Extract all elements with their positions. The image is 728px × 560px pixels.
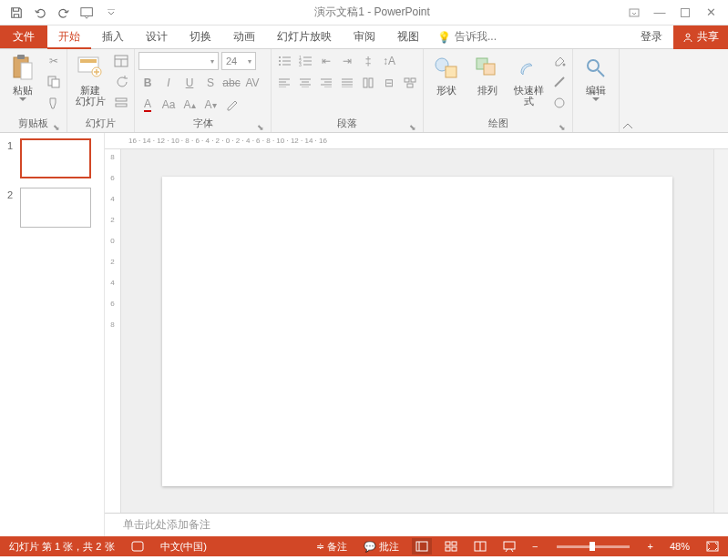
shape-fill-button[interactable] bbox=[550, 52, 569, 70]
paragraph-launcher[interactable]: ⬊ bbox=[408, 121, 417, 130]
shrink-font-button[interactable]: A▾ bbox=[201, 96, 220, 114]
zoom-in-button[interactable]: + bbox=[644, 536, 657, 556]
chevron-down-icon bbox=[19, 97, 26, 101]
columns-button[interactable] bbox=[359, 74, 377, 92]
edit-area: 16 · 14 · 12 · 10 · 8 · 6 · 4 · 2 · 0 · … bbox=[105, 133, 728, 536]
zoom-out-button[interactable]: − bbox=[528, 536, 541, 556]
save-button[interactable] bbox=[5, 2, 27, 24]
minimize-button[interactable]: — bbox=[648, 4, 672, 22]
grow-font-button[interactable]: A▴ bbox=[180, 96, 199, 114]
language-indicator[interactable]: 中文(中国) bbox=[157, 536, 210, 556]
vertical-ruler[interactable]: 864202468 bbox=[105, 149, 121, 513]
slide-thumbnail-1[interactable] bbox=[20, 138, 91, 178]
underline-button[interactable]: U bbox=[180, 74, 199, 92]
tab-slideshow[interactable]: 幻灯片放映 bbox=[266, 25, 343, 48]
strikethrough-button[interactable]: abc bbox=[222, 74, 241, 92]
decrease-indent-button[interactable]: ⇤ bbox=[317, 52, 335, 70]
notes-pane[interactable]: 单击此处添加备注 bbox=[105, 513, 728, 536]
zoom-slider[interactable] bbox=[557, 545, 630, 548]
font-color-button[interactable]: A bbox=[138, 96, 157, 114]
text-direction-button[interactable]: ↕A bbox=[380, 52, 398, 70]
clipboard-launcher[interactable]: ⬊ bbox=[52, 121, 61, 130]
zoom-level[interactable]: 48% bbox=[666, 536, 693, 556]
thumbnail-row[interactable]: 2 bbox=[7, 188, 97, 228]
increase-indent-button[interactable]: ⇥ bbox=[338, 52, 356, 70]
slide-thumbnail-2[interactable] bbox=[20, 188, 91, 228]
slide-canvas-area[interactable] bbox=[121, 149, 713, 513]
tab-animations[interactable]: 动画 bbox=[222, 25, 266, 48]
align-center-button[interactable] bbox=[296, 74, 314, 92]
tab-insert[interactable]: 插入 bbox=[91, 25, 135, 48]
cut-button[interactable]: ✂ bbox=[45, 52, 63, 70]
font-family-combo[interactable]: ▾ bbox=[138, 52, 219, 70]
align-text-button[interactable]: ⊟ bbox=[380, 74, 398, 92]
ribbon-options-button[interactable] bbox=[622, 4, 646, 22]
clear-formatting-button[interactable] bbox=[222, 96, 241, 114]
layout-button[interactable] bbox=[112, 52, 130, 70]
italic-button[interactable]: I bbox=[159, 74, 178, 92]
tab-design[interactable]: 设计 bbox=[135, 25, 179, 48]
quick-styles-button[interactable]: 快速样式 bbox=[509, 52, 548, 107]
reading-view-button[interactable] bbox=[470, 538, 490, 555]
character-spacing-button[interactable]: AV bbox=[243, 74, 261, 92]
tab-review[interactable]: 审阅 bbox=[343, 25, 386, 48]
format-painter-button[interactable] bbox=[45, 94, 63, 112]
tell-me-search[interactable]: 💡 告诉我... bbox=[430, 25, 504, 48]
qat-customize-button[interactable] bbox=[100, 2, 122, 24]
tab-transitions[interactable]: 切换 bbox=[179, 25, 222, 48]
shape-effects-button[interactable] bbox=[550, 94, 569, 112]
tab-file[interactable]: 文件 bbox=[0, 25, 47, 48]
undo-button[interactable] bbox=[29, 2, 51, 24]
spell-check-button[interactable] bbox=[128, 536, 148, 556]
share-button[interactable]: 共享 bbox=[673, 25, 728, 49]
vertical-scrollbar[interactable] bbox=[713, 149, 728, 513]
notes-toggle-button[interactable]: ≑备注 bbox=[313, 536, 351, 556]
paste-label: 粘贴 bbox=[13, 85, 33, 96]
slideshow-view-button[interactable] bbox=[499, 538, 519, 555]
align-right-button[interactable] bbox=[317, 74, 335, 92]
shadow-button[interactable]: S bbox=[201, 74, 220, 92]
share-label: 共享 bbox=[697, 29, 719, 45]
shape-outline-button[interactable] bbox=[550, 73, 569, 91]
section-button[interactable] bbox=[112, 94, 130, 112]
change-case-button[interactable]: Aa bbox=[159, 96, 178, 114]
slide-counter[interactable]: 幻灯片 第 1 张，共 2 张 bbox=[5, 536, 118, 556]
login-button[interactable]: 登录 bbox=[630, 29, 673, 45]
svg-rect-10 bbox=[80, 59, 97, 63]
numbering-button[interactable]: 123 bbox=[296, 52, 314, 70]
start-from-beginning-button[interactable] bbox=[77, 2, 98, 24]
shapes-button[interactable]: 形状 bbox=[427, 52, 466, 96]
horizontal-ruler[interactable]: 16 · 14 · 12 · 10 · 8 · 6 · 4 · 2 · 0 · … bbox=[105, 133, 728, 149]
collapse-ribbon-button[interactable] bbox=[619, 49, 635, 132]
ribbon: 粘贴 ✂ 剪贴板⬊ 新建 幻灯片 幻灯片 bbox=[0, 49, 728, 133]
font-launcher[interactable]: ⬊ bbox=[256, 121, 265, 130]
notes-icon: ≑ bbox=[316, 541, 324, 553]
group-font: ▾ 24▾ B I U S abc AV A Aa A▴ A▾ bbox=[135, 49, 272, 132]
line-spacing-button[interactable]: ‡ bbox=[359, 52, 377, 70]
align-left-button[interactable] bbox=[275, 74, 293, 92]
arrange-button[interactable]: 排列 bbox=[468, 52, 507, 96]
reset-button[interactable] bbox=[112, 73, 130, 91]
editing-button[interactable]: 编辑 bbox=[577, 52, 615, 101]
new-slide-button[interactable]: 新建 幻灯片 bbox=[71, 52, 109, 107]
slide-sorter-view-button[interactable] bbox=[441, 538, 461, 555]
bold-button[interactable]: B bbox=[138, 74, 157, 92]
maximize-button[interactable] bbox=[673, 4, 697, 22]
drawing-launcher[interactable]: ⬊ bbox=[558, 121, 567, 130]
copy-button[interactable] bbox=[45, 73, 63, 91]
thumbnail-row[interactable]: 1 bbox=[7, 138, 97, 178]
svg-rect-62 bbox=[452, 542, 456, 545]
bullets-button[interactable] bbox=[275, 52, 293, 70]
font-size-combo[interactable]: 24▾ bbox=[221, 52, 256, 70]
comments-toggle-button[interactable]: 💬批注 bbox=[360, 536, 403, 556]
tab-home[interactable]: 开始 bbox=[47, 25, 91, 49]
tab-view[interactable]: 视图 bbox=[386, 25, 430, 48]
slide-canvas[interactable] bbox=[162, 177, 672, 486]
normal-view-button[interactable] bbox=[412, 538, 432, 555]
convert-smartart-button[interactable] bbox=[401, 74, 419, 92]
redo-button[interactable] bbox=[53, 2, 75, 24]
fit-to-window-button[interactable] bbox=[702, 538, 723, 555]
justify-button[interactable] bbox=[338, 74, 356, 92]
close-button[interactable]: ✕ bbox=[699, 4, 723, 22]
paste-button[interactable]: 粘贴 bbox=[4, 52, 42, 101]
